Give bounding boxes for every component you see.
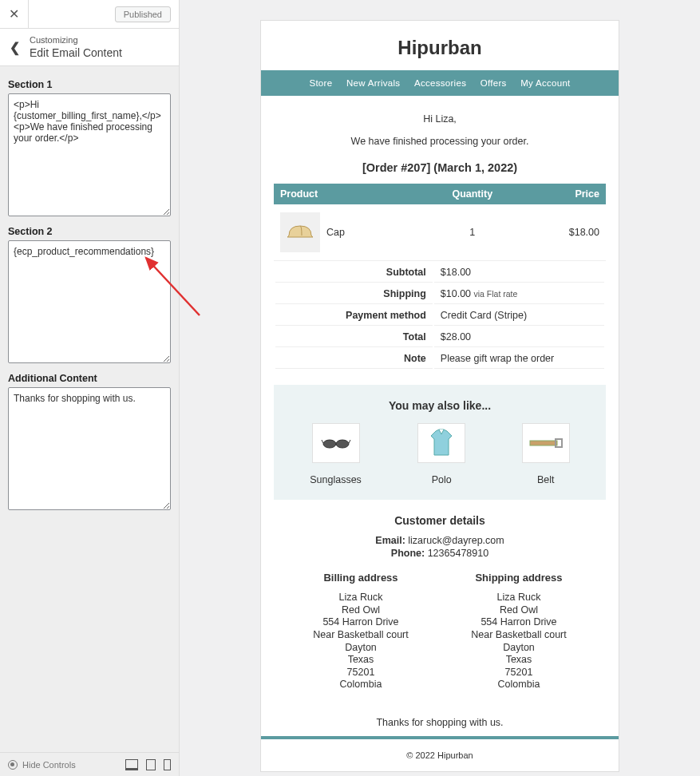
section1-textarea[interactable] — [8, 93, 171, 216]
shipping-label: Shipping — [275, 284, 433, 304]
payment-value: Credit Card (Stripe) — [434, 306, 604, 326]
section2-textarea[interactable] — [8, 240, 171, 363]
back-button[interactable]: ❮ — [10, 40, 20, 55]
panel-subheader: ❮ Customizing Edit Email Content — [0, 29, 179, 66]
nav-new-arrivals[interactable]: New Arrivals — [346, 78, 401, 88]
note-label: Note — [275, 349, 433, 369]
collapse-icon — [8, 760, 18, 770]
order-table: Product Quantity Price Cap 1 $18.00 — [274, 184, 606, 261]
hide-controls-button[interactable]: Hide Controls — [8, 760, 125, 770]
shipping-value: $10.00 via Flat rate — [434, 284, 604, 304]
table-row: Cap 1 $18.00 — [274, 204, 606, 261]
billing-title: Billing address — [285, 572, 437, 584]
rec-name: Polo — [417, 474, 465, 485]
cd-title: Customer details — [282, 514, 598, 527]
totals-table: Subtotal$18.00 Shipping$10.00 via Flat r… — [274, 261, 606, 370]
hide-controls-label: Hide Controls — [22, 760, 76, 770]
email-value: lizaruck@dayrep.com — [408, 535, 504, 546]
customizing-label: Customizing — [30, 35, 169, 45]
sidebar-footer: Hide Controls — [0, 752, 179, 776]
additional-content-textarea[interactable] — [8, 387, 171, 510]
email-preview: Hipurban Store New Arrivals Accessories … — [260, 20, 619, 772]
close-button[interactable]: ✕ — [0, 0, 29, 29]
th-product: Product — [274, 184, 421, 204]
rec-item-belt[interactable]: Belt — [522, 423, 570, 485]
billing-address: Billing address Liza Ruck Red Owl 554 Ha… — [285, 572, 437, 691]
thanks-text: Thanks for shopping with us. — [274, 717, 606, 728]
svg-point-3 — [336, 440, 349, 448]
device-preview-buttons — [125, 759, 171, 770]
total-value: $28.00 — [434, 327, 604, 347]
order-title: [Order #207] (March 1, 2022) — [274, 161, 606, 174]
nav-offers[interactable]: Offers — [481, 78, 507, 88]
th-quantity: Quantity — [421, 184, 523, 204]
section2-label: Section 2 — [8, 226, 171, 237]
rec-item-sunglasses[interactable]: Sunglasses — [310, 423, 362, 485]
th-price: Price — [523, 184, 606, 204]
preview-pane: Hipurban Store New Arrivals Accessories … — [180, 0, 700, 776]
recommendations-block: You may also like... Sunglasses Polo Bel… — [274, 385, 606, 500]
phone-label: Phone: — [391, 548, 425, 559]
subtotal-label: Subtotal — [275, 263, 433, 283]
shipping-address: Shipping address Liza Ruck Red Owl 554 H… — [443, 572, 595, 691]
panel-body: Section 1 Section 2 Additional Content — [0, 66, 179, 776]
subtotal-value: $18.00 — [434, 263, 604, 283]
total-label: Total — [275, 327, 433, 347]
rec-name: Belt — [522, 474, 570, 485]
panel-title: Edit Email Content — [30, 46, 169, 59]
tablet-preview-button[interactable] — [146, 759, 156, 770]
phone-value: 12365478910 — [428, 548, 488, 559]
product-image-cap — [280, 212, 320, 252]
section1-label: Section 1 — [8, 79, 171, 90]
email-footer: © 2022 Hipurban — [261, 736, 619, 771]
recs-title: You may also like... — [282, 399, 598, 412]
email-nav: Store New Arrivals Accessories Offers My… — [261, 70, 619, 96]
rec-item-polo[interactable]: Polo — [417, 423, 465, 485]
additional-content-label: Additional Content — [8, 373, 171, 384]
nav-accessories[interactable]: Accessories — [414, 78, 466, 88]
rec-name: Sunglasses — [310, 474, 362, 485]
product-price: $18.00 — [523, 204, 606, 261]
processing-text: We have finished processing your order. — [274, 136, 606, 147]
mobile-preview-button[interactable] — [164, 759, 171, 770]
svg-rect-5 — [530, 441, 557, 445]
payment-label: Payment method — [275, 306, 433, 326]
svg-point-2 — [323, 440, 336, 448]
publish-button[interactable]: Published — [115, 6, 171, 22]
nav-my-account[interactable]: My Account — [520, 78, 570, 88]
desktop-preview-button[interactable] — [125, 759, 138, 770]
shipping-title: Shipping address — [443, 572, 595, 584]
product-name: Cap — [326, 227, 345, 238]
customer-details: Customer details Email: lizaruck@dayrep.… — [274, 514, 606, 706]
greeting-text: Hi Liza, — [274, 113, 606, 125]
nav-store[interactable]: Store — [309, 78, 332, 88]
customizer-sidebar: ✕ Published ❮ Customizing Edit Email Con… — [0, 0, 180, 776]
email-brand-title: Hipurban — [261, 21, 619, 70]
sidebar-header: ✕ Published — [0, 0, 179, 29]
email-label: Email: — [375, 535, 405, 546]
product-qty: 1 — [421, 204, 523, 261]
note-value: Please gift wrap the order — [434, 349, 604, 369]
